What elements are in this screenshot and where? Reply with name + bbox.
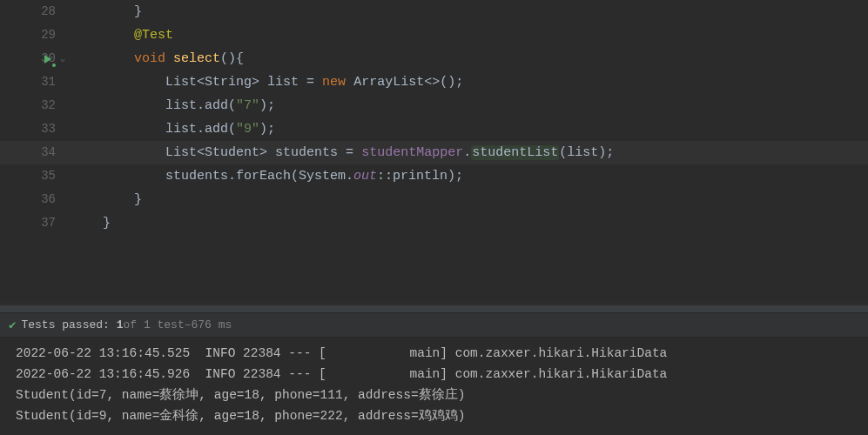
line-number: 28 [41,0,56,23]
tests-total-label: of 1 test [123,318,184,331]
code-content[interactable]: } [71,211,868,235]
console-gutter [0,385,16,405]
code-token [71,51,134,66]
code-editor[interactable]: 28 }29 @Test30⌄ void select(){31 List<St… [0,0,868,291]
code-token [71,169,165,184]
code-token: ArrayList [353,75,424,90]
gutter[interactable]: 37 [0,211,71,235]
code-line[interactable]: 30⌄ void select(){ [0,47,868,70]
line-number: 29 [41,23,56,47]
code-token [71,28,134,43]
code-token: studentList [471,145,559,160]
line-number: 31 [41,70,56,94]
code-token: } [71,4,142,19]
console-text: 2022-06-22 13:16:45.926 INFO 22384 --- [… [16,364,868,385]
code-content[interactable]: void select(){ [71,47,868,70]
console-output[interactable]: 2022-06-22 13:16:45.525 INFO 22384 --- [… [0,338,868,426]
code-content[interactable]: } [71,0,868,23]
fold-chevron-down-icon[interactable]: ⌄ [57,47,68,70]
code-line[interactable]: 37 } [0,211,868,235]
code-token: new [322,75,353,90]
code-token: < [197,145,205,160]
code-content[interactable]: students.forEach(System.out::println); [71,164,868,188]
console-line[interactable]: Student(id=7, name=蔡徐坤, age=18, phone=11… [0,385,868,405]
tool-window-resize-handle[interactable] [0,304,868,313]
gutter[interactable]: 31 [0,70,71,94]
code-token: select [173,51,220,66]
tests-time-sep: – [185,318,192,331]
code-token: out [353,169,377,184]
code-token: "7" [236,98,259,113]
code-content[interactable]: } [71,188,868,211]
code-line[interactable]: 34 List<Student> students = studentMappe… [0,141,868,164]
line-number: 34 [41,141,56,164]
console-text: 2022-06-22 13:16:45.525 INFO 22384 --- [… [16,343,868,364]
gutter[interactable]: 32 [0,94,71,117]
line-number: 35 [41,164,56,188]
code-token: (list); [559,145,614,160]
code-token [71,122,165,137]
test-status-bar: ✔ Tests passed: 1 of 1 test – 676 ms [0,313,868,338]
console-text: Student(id=7, name=蔡徐坤, age=18, phone=11… [16,385,868,405]
code-token: String [205,75,252,90]
line-number: 32 [41,94,56,117]
code-content[interactable]: list.add("9"); [71,117,868,141]
tests-duration: 676 ms [192,318,232,331]
run-tool-window: ✔ Tests passed: 1 of 1 test – 676 ms 202… [0,304,868,426]
tests-passed-count: 1 [117,318,124,331]
code-token: students = [267,145,361,160]
code-token [71,145,165,160]
code-token: list.add( [165,98,236,113]
code-token: void [134,51,173,66]
code-token: studentMapper [361,145,463,160]
code-token: < [197,75,205,90]
code-token: Student [205,145,259,160]
code-line[interactable]: 32 list.add("7"); [0,94,868,117]
code-token: . [463,145,471,160]
gutter[interactable]: 29 [0,23,71,47]
line-number: 37 [41,211,56,235]
gutter[interactable]: 33 [0,117,71,141]
code-content[interactable]: List<Student> students = studentMapper.s… [71,141,868,164]
code-line[interactable]: 35 students.forEach(System.out::println)… [0,164,868,188]
code-token: (){ [220,51,244,66]
code-token: List [165,145,197,160]
console-line[interactable]: 2022-06-22 13:16:45.926 INFO 22384 --- [… [0,364,868,385]
console-gutter [0,405,16,426]
code-token [71,98,165,113]
line-number: 33 [41,117,56,141]
code-line[interactable]: 28 } [0,0,868,23]
code-content[interactable]: @Test [71,23,868,47]
console-line[interactable]: 2022-06-22 13:16:45.525 INFO 22384 --- [… [0,343,868,364]
console-gutter [0,364,16,385]
code-token: } [71,216,111,231]
code-token: @Test [134,28,173,43]
code-token: <>(); [424,75,463,90]
code-token: > [259,145,267,160]
code-token: list = [259,75,322,90]
run-test-gutter-icon[interactable] [42,53,54,65]
code-token: ::println); [377,169,463,184]
code-token: > [252,75,259,90]
gutter[interactable]: 34 [0,141,71,164]
code-token: "9" [236,122,259,137]
console-text: Student(id=9, name=金科徐, age=18, phone=22… [16,405,868,426]
code-content[interactable]: List<String> list = new ArrayList<>(); [71,70,868,94]
code-line[interactable]: 33 list.add("9"); [0,117,868,141]
gutter[interactable]: 30⌄ [0,47,71,70]
code-line[interactable]: 29 @Test [0,23,868,47]
code-token: list.add( [165,122,236,137]
console-line[interactable]: Student(id=9, name=金科徐, age=18, phone=22… [0,405,868,426]
code-token: ); [259,98,275,113]
code-line[interactable]: 31 List<String> list = new ArrayList<>()… [0,70,868,94]
code-content[interactable]: list.add("7"); [71,94,868,117]
gutter[interactable]: 28 [0,0,71,23]
code-line[interactable]: 36 } [0,188,868,211]
code-token: students.forEach(System. [165,169,353,184]
code-token: } [71,192,142,207]
gutter[interactable]: 35 [0,164,71,188]
gutter[interactable]: 36 [0,188,71,211]
code-token: ); [259,122,275,137]
tests-passed-label: Tests passed: [21,318,109,331]
console-gutter [0,343,16,364]
